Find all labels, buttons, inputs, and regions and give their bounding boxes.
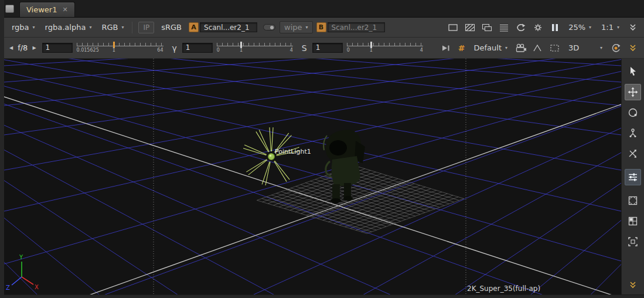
guides-dropdown[interactable]: Default ▾ (469, 42, 512, 54)
window-frame-bottom (4, 294, 644, 298)
fstop-label[interactable]: f/8 (18, 43, 28, 52)
pause-button[interactable] (547, 21, 563, 35)
saturation-slider[interactable]: 0 1 4 (347, 40, 423, 56)
double-chevron-down-icon (628, 43, 638, 53)
step-forward-button[interactable] (438, 41, 454, 55)
display-channel-dropdown[interactable]: RGB ▾ (97, 21, 128, 33)
chevron-down-icon: ▾ (600, 45, 602, 50)
axis-z-label: Z (6, 285, 10, 291)
nuke-viewer-window: Viewer1 ✕ rgba ▾ rgba.alpha ▾ RGB ▾ IP s… (0, 0, 644, 298)
camera-icon (514, 43, 527, 53)
viewer-colorspace-button[interactable]: sRGB (158, 23, 185, 32)
gamma-input[interactable]: 1 (182, 43, 213, 53)
hierarchy-tool-button[interactable] (625, 125, 641, 141)
channels-label: rgba (12, 23, 29, 32)
close-icon[interactable]: ✕ (62, 6, 67, 13)
split-view-button[interactable] (625, 213, 641, 229)
b-input-badge[interactable]: B (316, 22, 326, 32)
axis-x-label: X (35, 284, 39, 290)
view-mode-dropdown[interactable]: 3D ▾ (564, 42, 606, 54)
collapse-toolbar-button[interactable] (625, 21, 640, 35)
refresh-icon (515, 22, 527, 33)
rectangle-icon (447, 22, 459, 33)
settings-button[interactable] (530, 21, 546, 35)
guides-label: Default (473, 43, 502, 52)
rotate-tool-button[interactable] (625, 104, 641, 121)
point-light-gizmo[interactable] (268, 154, 275, 160)
wipe-dropdown[interactable]: wipe ▾ (280, 21, 313, 33)
character-model[interactable] (323, 130, 365, 203)
tab-title: Viewer1 (26, 5, 57, 14)
monitor-icon (481, 22, 493, 33)
format-label: 2K_Super_35(full-ap) (467, 285, 540, 293)
curve-overlay-button[interactable] (530, 41, 546, 55)
marquee-select-button[interactable] (547, 41, 563, 55)
color-refresh-icon (610, 42, 622, 54)
tick-label: 0 (217, 48, 220, 53)
gamma-slider[interactable]: 0 1 4 (217, 40, 293, 56)
translate-tool-button[interactable] (625, 84, 641, 100)
viewer-toolbar-exposure: ◀ f/8 ▶ 1 0.015625 1 64 γ 1 0 1 4 S 1 0 (4, 38, 644, 59)
gain-input[interactable]: 1 (42, 43, 73, 53)
wipe-label: wipe (284, 23, 302, 32)
stack-mode-button[interactable] (496, 21, 512, 35)
pause-icon (549, 22, 561, 33)
rotate-icon (627, 107, 639, 118)
a-input-value[interactable]: Scanl...er2_1 (200, 22, 257, 32)
input-process-button[interactable]: IP (138, 22, 154, 33)
layer-dropdown[interactable]: rgba.alpha ▾ (41, 21, 96, 33)
axis-y-label: Y (19, 254, 23, 260)
ab-swap-toggle-icon[interactable] (263, 24, 275, 31)
a-input-badge[interactable]: A (189, 22, 199, 32)
colorspace-cycle-button[interactable] (608, 41, 623, 55)
frame-all-button[interactable] (625, 233, 641, 250)
gain-slider[interactable]: 0.015625 1 64 (77, 40, 163, 56)
cursor-icon (627, 66, 639, 77)
tick-label: 0.015625 (77, 48, 99, 53)
chevron-down-icon: ▾ (33, 25, 35, 30)
monitor-output-button[interactable] (479, 21, 495, 35)
play-bar-icon (440, 43, 452, 53)
viewer-main-area: PointLight1 Y (4, 59, 644, 294)
fstop-decrease-icon[interactable]: ◀ (8, 45, 15, 50)
saturation-input[interactable]: 1 (312, 43, 343, 53)
tab-viewer1[interactable]: Viewer1 ✕ (19, 2, 75, 17)
camera-lock-button[interactable] (513, 41, 529, 55)
chevron-down-icon: ▾ (617, 25, 619, 30)
expand-tool-button[interactable] (625, 145, 641, 162)
refresh-button[interactable] (513, 21, 529, 35)
panel-menu-icon[interactable] (5, 5, 14, 13)
fstop-increase-icon[interactable]: ▶ (30, 45, 38, 50)
grid-hash-icon[interactable]: # (455, 43, 468, 53)
pixel-aspect-dropdown[interactable]: 1:1 ▾ (597, 21, 623, 33)
marquee-icon (549, 43, 561, 53)
select-tool-button[interactable] (625, 63, 641, 80)
stripes-overlay-button[interactable] (462, 21, 478, 35)
tab-bar: Viewer1 ✕ (4, 0, 644, 18)
gear-icon (532, 22, 544, 33)
channels-dropdown[interactable]: rgba ▾ (8, 21, 39, 33)
chevron-down-icon: ▾ (89, 25, 91, 30)
double-chevron-down-icon (628, 280, 638, 290)
display-channel-label: RGB (101, 23, 118, 32)
a-input-group: A Scanl...er2_1 (189, 22, 257, 32)
translate-icon (627, 86, 639, 98)
roi-frame-button[interactable] (625, 192, 641, 209)
collapse-panel-button[interactable] (628, 280, 638, 292)
view-mode-label: 3D (568, 43, 579, 52)
b-input-value[interactable]: Scanl...er2_1 (328, 22, 385, 32)
perspective-grid (4, 59, 621, 294)
menu-lines-icon (498, 22, 510, 33)
3d-viewport[interactable]: PointLight1 Y (4, 59, 621, 294)
zoom-dropdown[interactable]: 25% ▾ (564, 21, 595, 33)
separator (132, 22, 132, 33)
axis-gizmo: Y X Z (6, 254, 39, 291)
point-light-label[interactable]: PointLight1 (275, 148, 311, 155)
display-settings-button[interactable] (625, 169, 641, 185)
gamma-label: γ (172, 43, 177, 53)
pixel-aspect-label: 1:1 (601, 23, 614, 32)
mask-overlay-button[interactable] (445, 21, 461, 35)
cross-arrows-icon (627, 148, 639, 160)
collapse-row-button[interactable] (625, 41, 640, 55)
b-input-group: B Scanl...er2_1 (316, 22, 385, 32)
